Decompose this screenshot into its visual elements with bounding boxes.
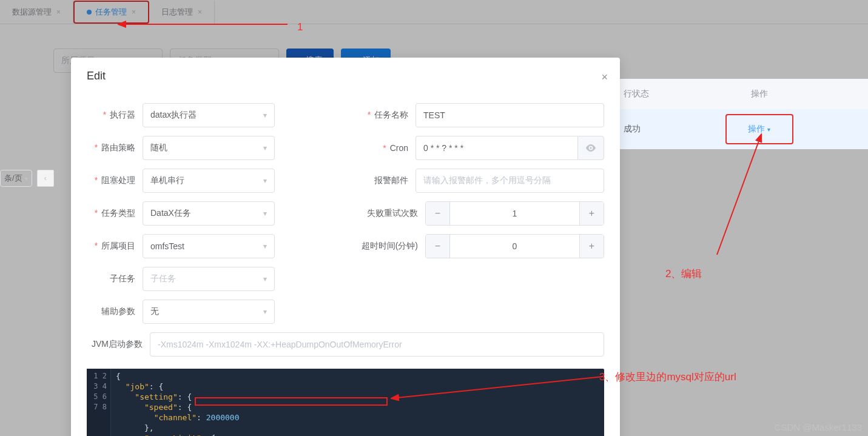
block-row: 阻塞处理 单机串行 ▾ (87, 169, 275, 193)
table-row: 成功 操作 ▾ (620, 109, 868, 149)
route-label: 路由策略 (87, 143, 143, 153)
jvm-value: -Xms1024m -Xmx1024m -XX:+HeapDumpOnOutOf… (158, 340, 402, 349)
block-value: 单机串行 (150, 175, 184, 186)
project-select[interactable]: omfsTest ▾ (143, 234, 275, 258)
aux-select[interactable]: 无 ▾ (143, 300, 275, 324)
chevron-down-icon: ▾ (263, 176, 267, 185)
retry-label: 失败重试次数 (360, 208, 425, 219)
table-header: 行状态 操作 (620, 79, 868, 109)
tab-data-source[interactable]: 数据源管理 × (0, 1, 73, 24)
chevron-down-icon: ▾ (263, 242, 267, 250)
chevron-down-icon: ▾ (263, 111, 267, 119)
minus-icon[interactable]: − (426, 202, 450, 225)
retry-stepper[interactable]: − 1 + (425, 201, 604, 226)
project-row: 所属项目 omfsTest ▾ (87, 234, 275, 258)
block-select[interactable]: 单机串行 ▾ (143, 169, 275, 193)
tasktype-select[interactable]: DataX任务 ▾ (143, 201, 275, 226)
project-label: 所属项目 (87, 241, 143, 252)
cell-state: 成功 (620, 124, 650, 135)
jvm-input[interactable]: -Xms1024m -Xmx1024m -XX:+HeapDumpOnOutOf… (150, 332, 604, 357)
taskname-value: TEST (423, 110, 445, 120)
jvm-label: JVM启动参数 (87, 339, 150, 350)
project-value: omfsTest (150, 241, 184, 251)
plus-icon[interactable]: + (579, 202, 604, 225)
mail-row: 报警邮件 请输入报警邮件，多个用逗号分隔 (360, 169, 604, 193)
close-icon[interactable]: × (56, 8, 61, 16)
timeout-stepper[interactable]: − 0 + (425, 234, 604, 258)
taskname-row: 任务名称 TEST (360, 103, 604, 127)
plus-icon[interactable]: + (579, 235, 604, 258)
jvm-row: JVM启动参数 -Xms1024m -Xmx1024m -XX:+HeapDum… (87, 332, 604, 357)
close-icon[interactable]: × (132, 8, 136, 16)
block-label: 阻塞处理 (87, 175, 143, 186)
left-column: 执行器 datax执行器 ▾ 路由策略 随机 ▾ 阻塞处理 单机串行 ▾ (87, 103, 275, 324)
subtask-label: 子任务 (87, 273, 143, 284)
aux-value: 无 (150, 306, 159, 317)
cron-value: 0 * * ? * * * (423, 143, 463, 153)
retry-row: 失败重试次数 − 1 + (360, 201, 604, 226)
chevron-down-icon: ▾ (263, 144, 267, 152)
executor-row: 执行器 datax执行器 ▾ (87, 103, 275, 127)
per-page-select[interactable]: 条/页 ▾ (0, 170, 32, 187)
col-op: 操作 (650, 89, 868, 99)
taskname-label: 任务名称 (360, 110, 415, 121)
close-icon[interactable]: × (601, 71, 608, 84)
per-page-label: 条/页 (4, 173, 22, 184)
highlight-box (195, 397, 388, 406)
aux-label: 辅助参数 (87, 306, 143, 317)
cron-label: Cron (360, 143, 415, 153)
chevron-down-icon: ▾ (263, 307, 267, 316)
prev-page-button[interactable]: ‹ (37, 170, 54, 187)
svg-point-0 (590, 147, 591, 149)
route-row: 路由策略 随机 ▾ (87, 136, 275, 160)
chevron-down-icon: ▾ (25, 175, 28, 182)
table-right-section: 行状态 操作 成功 操作 ▾ (620, 79, 868, 149)
mail-input[interactable]: 请输入报警邮件，多个用逗号分隔 (415, 169, 604, 193)
close-icon[interactable]: × (198, 8, 202, 16)
timeout-value: 0 (450, 235, 579, 258)
cron-input[interactable]: 0 * * ? * * * (415, 136, 577, 160)
active-dot-icon (87, 10, 92, 15)
right-column: 任务名称 TEST Cron 0 * * ? * * * 报警邮件 (360, 103, 604, 324)
edit-modal: Edit × 执行器 datax执行器 ▾ 路由策略 随机 ▾ 阻塞处理 (71, 58, 620, 436)
chevron-down-icon: ▾ (767, 126, 770, 133)
arrow-2 (656, 133, 778, 267)
annotation-2: 2、编辑 (665, 267, 702, 281)
operate-button[interactable]: 操作 ▾ (725, 114, 793, 144)
executor-label: 执行器 (87, 110, 143, 121)
tasktype-label: 任务类型 (87, 208, 143, 219)
pager: 条/页 ▾ ‹ (0, 170, 54, 187)
executor-value: datax执行器 (150, 110, 197, 121)
route-value: 随机 (150, 143, 167, 153)
col-state: 行状态 (620, 89, 650, 99)
retry-value: 1 (450, 202, 579, 225)
chevron-down-icon: ▾ (263, 209, 267, 218)
subtask-select[interactable]: 子任务 ▾ (143, 267, 275, 291)
minus-icon[interactable]: − (426, 235, 450, 258)
timeout-label: 超时时间(分钟) (360, 241, 425, 252)
watermark: CSDN @Masker1133 (775, 422, 862, 432)
tab-task-mgmt[interactable]: 任务管理 × (73, 1, 149, 24)
button-label: 操作 (748, 124, 765, 135)
chevron-down-icon: ▾ (263, 275, 267, 283)
timeout-row: 超时时间(分钟) − 0 + (360, 234, 604, 258)
tab-log-mgmt[interactable]: 日志管理 × (149, 1, 215, 24)
tab-bar: 数据源管理 × 任务管理 × 日志管理 × (0, 0, 868, 24)
subtask-row: 子任务 子任务 ▾ (87, 267, 275, 291)
modal-title: Edit (87, 70, 604, 82)
eye-icon[interactable] (577, 136, 604, 160)
tasktype-row: 任务类型 DataX任务 ▾ (87, 201, 275, 226)
route-select[interactable]: 随机 ▾ (143, 136, 275, 160)
executor-select[interactable]: datax执行器 ▾ (143, 103, 275, 127)
svg-line-2 (717, 139, 759, 255)
tasktype-value: DataX任务 (150, 208, 191, 219)
form-grid: 执行器 datax执行器 ▾ 路由策略 随机 ▾ 阻塞处理 单机串行 ▾ (87, 103, 604, 324)
tab-label: 日志管理 (161, 7, 193, 18)
tab-label: 数据源管理 (12, 7, 52, 18)
tab-label: 任务管理 (95, 7, 127, 18)
subtask-placeholder: 子任务 (150, 273, 176, 284)
mail-placeholder: 请输入报警邮件，多个用逗号分隔 (423, 175, 551, 186)
cron-row: Cron 0 * * ? * * * (360, 136, 604, 160)
aux-row: 辅助参数 无 ▾ (87, 300, 275, 324)
taskname-input[interactable]: TEST (415, 103, 604, 127)
